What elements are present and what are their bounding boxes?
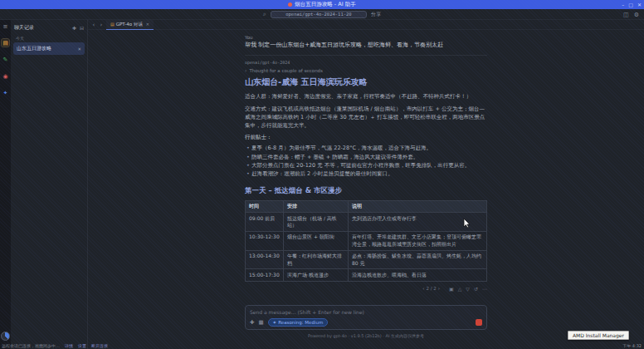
guide-title: 山东烟台-威海 五日海滨玩乐攻略 (245, 76, 487, 88)
chat-scroll-area[interactable]: You 帮我 制定一份山东烟台+威海五日游玩乐攻略，想吃海鲜、看海，节奏别太赶 … (88, 30, 644, 349)
table-header-row: 时间 安排 说明 (246, 200, 487, 212)
table-row: 09:00 前后 抵达烟台（机场 / 高铁站） 先到酒店办理入住或寄存行李 (246, 213, 487, 232)
thought-toggle[interactable]: › Thought for a couple of seconds (245, 67, 487, 73)
tray-clock: 下午 4:32 (622, 343, 642, 348)
cell-notes: 必点：海肠捞饭、鲅鱼水饺、蒜蓉蒸扇贝、烤生蚝，人均约 80 元 (349, 250, 487, 269)
table-row: 10:30-12:30 烟台山景区 + 朝阳街 百年灯塔、开埠老建筑群、文艺小店… (246, 231, 487, 250)
status-link-settings[interactable]: 设置 (78, 343, 86, 348)
nav-forward-icon[interactable]: › (99, 22, 104, 28)
user-role-label: You (245, 35, 487, 40)
apps-icon[interactable]: ◉ (2, 72, 9, 80)
thumbs-up-icon[interactable]: △ (458, 286, 462, 292)
branch-prev-icon[interactable]: ‹ (422, 286, 424, 291)
minimize-button[interactable]: – (622, 2, 624, 7)
itinerary-table: 时间 安排 说明 09:00 前后 抵达烟台（机场 / 高铁站） 先到酒店办理入… (245, 200, 487, 282)
new-chat-icon[interactable]: ✚ (72, 25, 76, 31)
tips-label: 行前贴士： (245, 134, 487, 141)
cell-time: 09:00 前后 (246, 213, 284, 232)
search-icon[interactable]: ⌕ (263, 11, 266, 17)
message-composer[interactable]: Send a message… (Shift + Enter for new l… (245, 305, 487, 330)
sidebar-title: 聊天记录 (14, 24, 69, 32)
tab-bar: ‹ › ▤ GPT-4o 对话 ✕ (88, 20, 644, 30)
app-header: ⌕ openai/gpt-4o-2024-11-20 分享 ◫ ⚙ (0, 9, 644, 20)
table-row: 15:00-17:30 滨海广场·栈道漫步 沿海边栈道散步、喂海鸥、看日落 (246, 269, 487, 281)
composer-placeholder: Send a message… (Shift + Enter for new l… (250, 309, 482, 315)
tip-item: 夏季（6-8 月）为最佳季节，气温 22-28°C，海水温暖，适合下海与赶海。 (245, 144, 487, 152)
sidebar-item-conversation[interactable]: 山东五日游攻略 ✕ (13, 42, 85, 55)
copy-icon[interactable]: ▣ (449, 286, 454, 292)
window-titlebar: 烟台五日游攻略 - AI 助手 – ▢ ✕ (0, 0, 644, 9)
tab-close-icon[interactable]: ✕ (146, 22, 149, 27)
tab-label: GPT-4o 对话 (116, 22, 143, 27)
chats-icon[interactable]: ▤ (2, 39, 9, 47)
attach-icon[interactable]: ✚ (250, 319, 254, 326)
footer-disclaimer: Powered by gpt-4o · v1.9.5 (2b12b) · AI … (88, 333, 644, 338)
close-button[interactable]: ✕ (637, 2, 642, 7)
amd-install-manager-tooltip: AMD Install Manager (568, 331, 629, 340)
day1-heading: 第一天 – 抵达烟台 & 市区漫步 (245, 186, 487, 196)
model-name-label: openai/gpt-4o-2024 (245, 60, 487, 65)
cell-plan: 滨海广场·栈道漫步 (284, 269, 349, 281)
status-link-disconnect[interactable]: 断开连接 (91, 343, 108, 348)
menu-icon[interactable]: ≡ (2, 22, 9, 30)
sidebar-chat-history: 聊天记录 ✚ ⊟ 今天 山东五日游攻略 ✕ (11, 20, 88, 349)
model-omnibox[interactable]: openai/gpt-4o-2024-11-20 (271, 11, 367, 18)
layout-icon[interactable]: ◫ (623, 12, 629, 18)
main-area: ‹ › ▤ GPT-4o 对话 ✕ You 帮我 制定一份山东烟台+威海五日游玩… (88, 20, 644, 349)
sidebar-section-today: 今天 (11, 33, 87, 42)
branch-counter: 2 / 2 (426, 286, 436, 291)
tip-item: 赶海看潮汐：退潮前后 2 小时是拾贝捉蟹的最佳时间窗口。 (245, 170, 487, 178)
activity-rail: ≡ ▤ ✎ ◉ ✦ (0, 20, 11, 349)
tips-list: 夏季（6-8 月）为最佳季节，气温 22-28°C，海水温暖，适合下海与赶海。 … (245, 144, 487, 177)
collapse-sidebar-icon[interactable]: ⊟ (80, 25, 84, 31)
chat-app-window: ⌕ openai/gpt-4o-2024-11-20 分享 ◫ ⚙ ≡ ▤ ✎ … (0, 9, 644, 349)
branch-next-icon[interactable]: › (438, 286, 440, 291)
col-header-notes: 说明 (349, 200, 487, 212)
tab-icon: ▤ (110, 22, 115, 27)
table-row: 13:00-14:30 午餐：红利市场海鲜大排档 必点：海肠捞饭、鲅鱼水饺、蒜蓉… (246, 250, 487, 269)
cell-plan: 午餐：红利市场海鲜大排档 (284, 250, 349, 269)
desktop-screen: 烟台五日游攻略 - AI 助手 – ▢ ✕ ⌕ openai/gpt-4o-20… (0, 0, 644, 349)
regenerate-icon[interactable]: ↺ (474, 286, 478, 292)
taskbar-logo-icon[interactable] (1, 332, 10, 341)
message-actions: ‹ 2 / 2 › ▣ △ ▽ ↺ ⋯ (245, 286, 487, 292)
image-icon[interactable]: ▦ (258, 319, 263, 326)
nav-back-icon[interactable]: ‹ (91, 22, 96, 28)
status-bar-left: 远程会话已连接，画面同步中… 详情 设置 断开连接 (2, 343, 108, 348)
stop-button[interactable] (476, 319, 482, 326)
cell-time: 15:00-17:30 (246, 269, 284, 281)
message-divider (245, 55, 487, 56)
status-link-details[interactable]: 详情 (65, 343, 73, 348)
conversation-label: 山东五日游攻略 (17, 45, 76, 52)
chevron-right-icon: › (245, 67, 246, 73)
window-app-icon (288, 2, 292, 7)
cell-notes: 百年灯塔、开埠老建筑群、文艺小店聚集；登顶可俯瞰芝罘湾全景，顺路逛逛所城里历史街… (349, 231, 487, 250)
tab-gpt4o-conversation[interactable]: ▤ GPT-4o 对话 ✕ (106, 20, 154, 30)
tip-item: 防晒三件套必备：帽子 + 墨镜 + 防晒霜，海边风大建议带件薄外套。 (245, 153, 487, 161)
cell-plan: 抵达烟台（机场 / 高铁站） (284, 213, 349, 232)
cell-time: 10:30-12:30 (246, 231, 284, 250)
cell-plan: 烟台山景区 + 朝阳街 (284, 231, 349, 250)
thought-label: Thought for a couple of seconds (249, 68, 323, 73)
thumbs-down-icon[interactable]: ▽ (466, 286, 470, 292)
col-header-plan: 安排 (284, 200, 349, 212)
notes-icon[interactable]: ✎ (2, 56, 9, 63)
cell-notes: 沿海边栈道散步、喂海鸥、看日落 (349, 269, 487, 281)
more-icon[interactable]: ⋯ (482, 286, 487, 292)
close-conversation-icon[interactable]: ✕ (77, 47, 81, 52)
settings-icon[interactable]: ⚙ (634, 12, 639, 18)
col-header-time: 时间 (246, 200, 284, 212)
paragraph-transport: 交通方式：建议飞机或高铁抵达烟台（蓬莱国际机场 / 烟台南站），市内以打车 + … (245, 106, 487, 130)
share-button[interactable]: 分享 (371, 11, 381, 18)
reasoning-chip[interactable]: ✦ Reasoning: Medium (268, 318, 329, 327)
sparkle-icon: ✦ (273, 320, 277, 325)
settings-rail-icon[interactable]: ✦ (2, 89, 9, 96)
window-title: 烟台五日游攻略 - AI 助手 (295, 1, 355, 8)
maximize-button[interactable]: ▢ (628, 2, 633, 7)
cell-time: 13:00-14:30 (246, 250, 284, 269)
mouse-cursor (463, 218, 471, 229)
connection-status-text: 远程会话已连接，画面同步中… (2, 343, 60, 348)
user-message: 帮我 制定一份山东烟台+威海五日游玩乐攻略，想吃海鲜、看海，节奏别太赶 (245, 42, 487, 49)
reasoning-chip-label: Reasoning: Medium (278, 320, 323, 325)
paragraph-audience: 适合人群：海鲜爱好者、海边度假党、亲子家庭，行程节奏适中（不赶路、不特种兵式打卡… (245, 93, 487, 101)
